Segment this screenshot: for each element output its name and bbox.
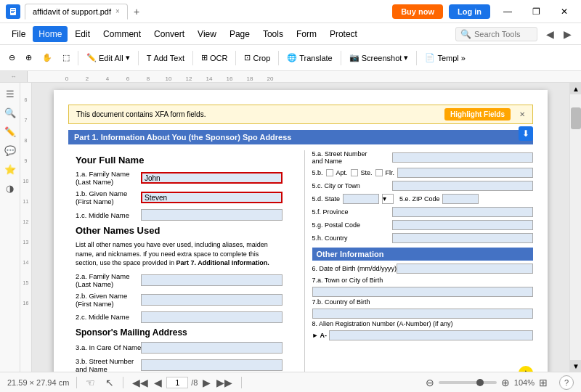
field-5a-input[interactable] <box>392 152 534 163</box>
back-button[interactable]: ◀ <box>542 26 558 42</box>
close-button[interactable]: ✕ <box>553 0 575 23</box>
document-content: This document contains XFA form fields. … <box>32 83 569 372</box>
field-5f-input[interactable] <box>392 207 534 217</box>
select-tool-btn[interactable]: ⬚ <box>58 51 74 65</box>
scroll-down-btn[interactable]: ▼ <box>570 360 581 372</box>
cursor-tool-btn[interactable]: ☜ <box>84 377 97 388</box>
field-1a-row: 1.a. Family Name(Last Name) John <box>68 170 290 186</box>
v-mark-7: 7 <box>20 118 31 138</box>
crop-btn[interactable]: ⊡ Crop <box>240 51 275 65</box>
field-6-input[interactable] <box>397 264 533 274</box>
menu-home[interactable]: Home <box>33 26 68 42</box>
pointer-tool-btn[interactable]: ↖ <box>104 377 115 388</box>
apt-checkbox[interactable] <box>326 169 333 176</box>
template-btn[interactable]: 📄 Templ » <box>420 51 469 65</box>
tab-close-btn[interactable]: × <box>115 7 120 15</box>
translate-btn[interactable]: 🌐 Translate <box>283 51 336 65</box>
page-prev-btn[interactable]: ◀ <box>153 377 163 388</box>
help-button[interactable]: ? <box>559 375 574 390</box>
menu-tools[interactable]: Tools <box>257 26 289 42</box>
field-7a-label: 7.a. Town or City of Birth <box>312 277 392 284</box>
state-dropdown[interactable]: ▾ <box>382 194 394 204</box>
search-tools-input[interactable] <box>474 30 532 38</box>
ruler-8: 8 <box>138 75 158 82</box>
sidebar-search-icon[interactable]: 🔍 <box>2 105 18 121</box>
menu-form[interactable]: Form <box>290 26 322 42</box>
minimize-button[interactable]: — <box>496 0 519 23</box>
scroll-thumb[interactable] <box>571 107 581 129</box>
zoom-in-status-btn[interactable]: ⊕ <box>500 377 511 388</box>
page-first-btn[interactable]: ◀◀ <box>131 377 150 388</box>
page-current-input[interactable] <box>166 377 188 388</box>
field-5b-input[interactable] <box>397 168 533 178</box>
field-2b-input[interactable] <box>141 294 283 306</box>
fit-page-btn[interactable]: ⊞ <box>537 377 549 388</box>
title-actions: Buy now Log in — ❐ ✕ <box>392 0 575 23</box>
flr-checkbox[interactable] <box>375 169 383 176</box>
screenshot-icon: 📷 <box>349 53 359 62</box>
hand-icon: ✋ <box>42 53 52 62</box>
field-6-row: 6. Date of Birth (mm/dd/yyyy) <box>312 264 534 274</box>
sidebar-comment-icon[interactable]: 💬 <box>2 142 18 158</box>
field-3a-input[interactable] <box>141 342 282 354</box>
menu-convert[interactable]: Convert <box>148 26 190 42</box>
screenshot-btn[interactable]: 📷 Screenshot ▾ <box>345 51 413 65</box>
menu-page[interactable]: Page <box>224 26 256 42</box>
add-text-btn[interactable]: T Add Text <box>142 52 189 65</box>
field-5e-input[interactable] <box>442 194 479 204</box>
v-mark-15: 15 <box>20 280 31 301</box>
zoom-out-status-btn[interactable]: ⊖ <box>424 377 436 388</box>
menu-edit[interactable]: Edit <box>69 26 96 42</box>
field-5c-input[interactable] <box>392 181 534 191</box>
forward-button[interactable]: ▶ <box>559 26 575 42</box>
field-2c-label: 2.c. Middle Name <box>76 313 141 321</box>
ocr-btn[interactable]: ⊞ OCR <box>197 51 232 65</box>
menu-protect[interactable]: Protect <box>324 26 363 42</box>
right-scrollbar[interactable]: ▲ ▼ <box>569 83 581 372</box>
ruler-2: 2 <box>77 75 97 82</box>
ste-checkbox[interactable] <box>351 169 358 176</box>
field-1c-input[interactable] <box>141 209 283 221</box>
sidebar-star-icon[interactable]: ⭐ <box>2 161 18 177</box>
page-last-btn[interactable]: ▶▶ <box>215 377 234 388</box>
zoom-slider[interactable] <box>439 381 497 384</box>
field-2c-input[interactable] <box>141 311 283 323</box>
login-button[interactable]: Log in <box>449 4 490 19</box>
field-3b-input[interactable] <box>141 359 283 371</box>
menu-view[interactable]: View <box>192 26 222 42</box>
menu-file[interactable]: File <box>6 26 31 42</box>
edit-all-btn[interactable]: ✏️ Edit All ▾ <box>82 51 134 65</box>
field-1a-input[interactable]: John <box>141 172 283 184</box>
scroll-up-btn[interactable]: ▲ <box>570 83 581 94</box>
page-next-btn[interactable]: ▶ <box>201 377 212 388</box>
field-7b-input[interactable] <box>312 309 534 319</box>
hand-tool-btn[interactable]: ✋ <box>38 51 57 65</box>
new-tab-btn[interactable]: + <box>128 3 145 20</box>
field-5d-input[interactable] <box>343 194 379 204</box>
right-column: 5.a. Street Numberand Name 5.b. Apt. Ste… <box>304 150 534 372</box>
maximize-button[interactable]: ❐ <box>525 0 548 23</box>
field-7a-input[interactable] <box>312 287 534 297</box>
download-button[interactable]: ⬇ <box>519 126 533 141</box>
ruler-corner: ↔ <box>0 71 28 82</box>
field-5f-label: 5.f. Province <box>312 208 392 216</box>
field-1b-input[interactable]: Steven <box>141 192 283 203</box>
xfa-close-btn[interactable]: ✕ <box>519 110 525 118</box>
zoom-out-btn[interactable]: ⊖ <box>4 51 20 65</box>
field-8-input-row: ► A- <box>312 330 534 340</box>
zoom-in-btn[interactable]: ⊕ <box>21 51 36 65</box>
v-mark-8: 8 <box>20 138 31 158</box>
sidebar-pages-icon[interactable]: ☰ <box>2 86 18 102</box>
field-8-input[interactable] <box>329 330 533 340</box>
field-5h-input[interactable] <box>392 233 534 243</box>
highlight-fields-button[interactable]: Highlight Fields <box>444 108 511 121</box>
sidebar-layers-icon[interactable]: ◑ <box>2 180 18 196</box>
menu-comment[interactable]: Comment <box>97 26 147 42</box>
buy-now-button[interactable]: Buy now <box>392 4 443 19</box>
field-2a-input[interactable] <box>141 274 283 286</box>
sidebar-edit-icon[interactable]: ✏️ <box>2 123 18 139</box>
field-5g-input[interactable] <box>392 220 534 230</box>
search-tools-box[interactable]: 🔍 <box>455 27 537 41</box>
document-tab[interactable]: affidavit of support.pdf × <box>25 4 128 20</box>
separator-5 <box>278 51 279 65</box>
